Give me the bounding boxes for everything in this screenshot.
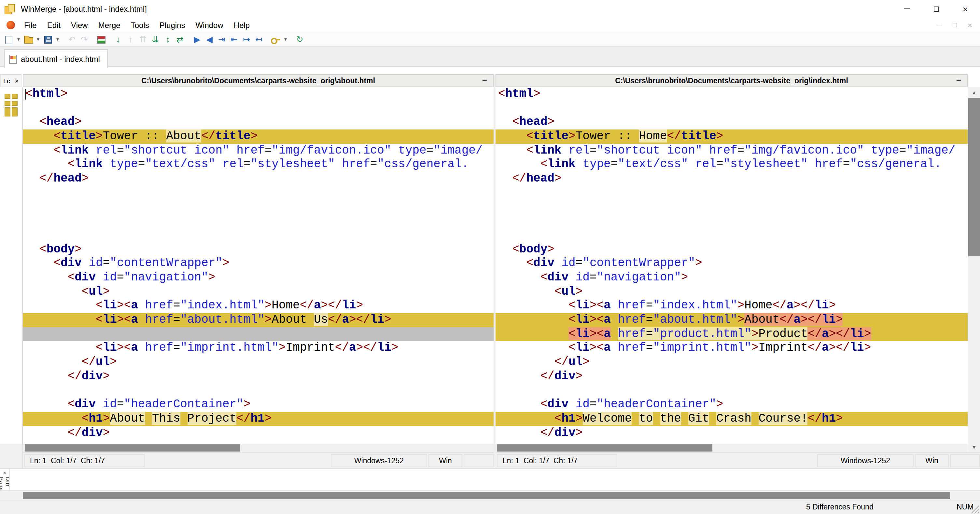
close-button[interactable]: × [951,0,980,17]
diff-pane-close-icon[interactable]: × [3,470,6,476]
copy-right-advance-button[interactable]: ↦ [241,34,252,46]
code-line[interactable] [496,200,967,214]
code-line[interactable]: </div> [496,370,967,384]
code-line[interactable]: <div id="navigation"> [496,271,967,285]
first-difference-button[interactable]: ⇈ [137,34,148,46]
all-right-button[interactable]: ⇥ [216,34,227,46]
code-line[interactable]: <link rel="shortcut icon" href="img/favi… [23,144,493,158]
code-line[interactable]: <li><a href="index.html">Home</a></li> [496,299,967,313]
code-line[interactable] [496,228,967,242]
right-code-pane[interactable]: <html> <head> <title>Tower :: Home</titl… [496,87,967,444]
code-line[interactable]: <li><a href="index.html">Home</a></li> [23,299,493,313]
code-line[interactable]: </head> [23,172,493,186]
code-line[interactable]: <h1>Welcome to the Git Crash Course!</h1… [496,412,967,426]
code-line[interactable]: <ul> [496,285,967,299]
code-line[interactable]: <title>Tower :: Home</title> [496,130,967,143]
code-line[interactable]: <li><a href="about.html">About Us</a></l… [23,313,493,327]
code-line[interactable]: <li><a href="imprint.html">Imprint</a></… [23,341,493,355]
right-horizontal-scrollbar[interactable] [496,444,967,452]
new-dropdown[interactable]: ▾ [16,34,21,46]
copy-right-button[interactable]: ▶ [191,34,202,46]
scroll-up-icon[interactable]: ▲ [968,87,980,98]
location-pane-close-icon[interactable]: × [15,77,19,84]
diff-location-marker[interactable] [12,107,18,116]
code-line[interactable]: <li><a href="about.html">About</a></li> [496,313,967,327]
diff-location-marker[interactable] [5,107,10,116]
all-left-button[interactable]: ⇤ [229,34,240,46]
copy-left-button[interactable]: ◀ [204,34,215,46]
vertical-scrollbar-thumb[interactable] [968,98,980,256]
code-line[interactable] [23,214,493,228]
code-line[interactable] [496,186,967,200]
left-horizontal-scrollbar-thumb[interactable] [25,444,240,452]
code-line[interactable]: </ul> [23,355,493,369]
refresh-button[interactable]: ↻ [294,34,305,46]
redo-button[interactable]: ↷ [79,34,90,46]
code-line[interactable]: <title>Tower :: About</title> [23,130,493,143]
resize-grip[interactable] [971,505,979,513]
code-line[interactable] [23,200,493,214]
menu-file[interactable]: File [19,18,42,32]
diff-location-marker[interactable] [5,101,10,106]
code-line[interactable]: <li><a href="product.html">Product</a></… [496,327,967,341]
right-horizontal-scrollbar-thumb[interactable] [497,444,713,452]
auto-merge-button[interactable]: ⇄ [175,34,186,46]
code-line[interactable]: <body> [23,242,493,256]
left-header-menu-icon[interactable]: ≡ [482,76,487,85]
vertical-scrollbar[interactable]: ▲ ▼ [968,87,980,452]
mdi-restore-icon[interactable] [953,23,957,27]
code-line[interactable] [23,228,493,242]
scroll-down-icon[interactable]: ▼ [968,442,980,452]
menu-merge[interactable]: Merge [93,18,126,32]
current-difference-button[interactable]: ↕ [162,34,173,46]
open-button[interactable] [23,34,34,46]
mdi-close-icon[interactable]: × [967,21,972,30]
menu-window[interactable]: Window [190,18,228,32]
code-line[interactable]: </div> [496,426,967,440]
diff-location-marker[interactable] [12,94,18,99]
copy-left-advance-button[interactable]: ↤ [253,34,264,46]
code-line[interactable]: <link rel="shortcut icon" href="img/favi… [496,144,967,158]
prediffer-button[interactable] [270,34,281,46]
mdi-minimize-icon[interactable] [937,25,942,25]
menu-edit[interactable]: Edit [42,18,66,32]
location-pane[interactable] [0,87,23,444]
diff-location-marker[interactable] [12,101,18,106]
right-header-menu-icon[interactable]: ≡ [956,76,961,85]
code-line[interactable]: <link type="text/css" rel="stylesheet" h… [23,158,493,172]
undo-button[interactable]: ↶ [67,34,78,46]
next-difference-button[interactable]: ↓ [113,34,124,46]
save-button[interactable] [42,34,53,46]
code-line[interactable]: <html> [23,87,493,101]
code-line[interactable]: </div> [23,426,493,440]
code-line[interactable] [496,101,967,115]
code-line[interactable]: <html> [496,87,967,101]
last-difference-button[interactable]: ⇊ [150,34,161,46]
code-line[interactable] [496,384,967,398]
code-line[interactable]: <div id="contentWrapper"> [23,257,493,271]
right-file-header[interactable]: C:\Users\brunobrito\Documents\carparts-w… [496,74,967,87]
code-line[interactable] [496,214,967,228]
left-code-pane[interactable]: <html> <head> <title>Tower :: About</tit… [23,87,493,444]
code-line[interactable]: <div id="headerContainer"> [496,398,967,411]
diff-location-marker[interactable] [5,94,10,99]
code-line[interactable] [23,101,493,115]
code-line[interactable]: <link type="text/css" rel="stylesheet" h… [496,158,967,172]
code-line[interactable]: <div id="contentWrapper"> [496,257,967,271]
left-file-header[interactable]: C:\Users\brunobrito\Documents\carparts-w… [23,74,493,87]
previous-difference-button[interactable]: ↑ [125,34,136,46]
code-line[interactable] [23,186,493,200]
menu-view[interactable]: View [66,18,93,32]
bottom-scrollbar[interactable] [0,490,980,500]
new-button[interactable] [3,34,14,46]
prediffer-dropdown[interactable]: ▾ [283,34,288,46]
code-line[interactable]: </ul> [496,355,967,369]
code-line[interactable] [23,384,493,398]
code-line[interactable]: <body> [496,242,967,256]
code-line[interactable]: <div id="navigation"> [23,271,493,285]
code-line[interactable]: </div> [23,370,493,384]
compare-report-button[interactable] [96,34,107,46]
code-line[interactable]: <ul> [23,285,493,299]
code-line[interactable]: <head> [496,116,967,130]
code-line[interactable]: </head> [496,172,967,186]
